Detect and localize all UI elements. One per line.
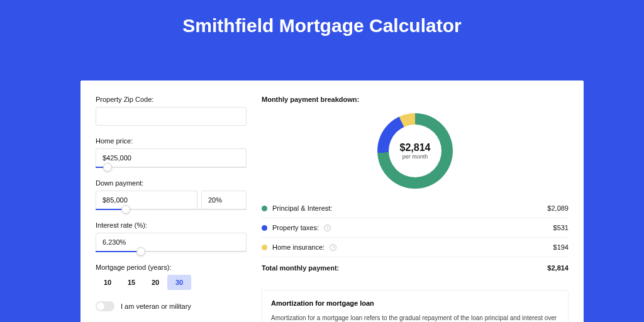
zip-input[interactable] xyxy=(96,107,247,126)
zip-label: Property Zip Code: xyxy=(96,96,247,103)
period-20-button[interactable]: 20 xyxy=(143,275,167,290)
info-icon[interactable]: ? xyxy=(330,244,336,251)
period-30-button[interactable]: 30 xyxy=(167,275,191,290)
total-value: $2,814 xyxy=(547,264,569,272)
legend-value: $531 xyxy=(553,224,569,231)
legend-row-ins: Home insurance: ? $194 xyxy=(262,238,569,257)
down-label: Down payment: xyxy=(96,179,247,187)
period-15-button[interactable]: 15 xyxy=(119,275,143,290)
legend-label: Home insurance: xyxy=(272,243,325,251)
veteran-label: I am veteran or military xyxy=(121,303,191,310)
field-price: Home price: xyxy=(96,137,247,168)
slider-thumb-icon[interactable] xyxy=(121,205,130,214)
period-10-button[interactable]: 10 xyxy=(96,275,119,290)
period-label: Mortgage period (years): xyxy=(96,264,247,271)
amort-title: Amortization for mortgage loan xyxy=(271,299,559,307)
price-input[interactable] xyxy=(96,148,247,167)
slider-thumb-icon[interactable] xyxy=(103,163,112,172)
breakdown-column: Monthly payment breakdown: $2,814 per mo… xyxy=(262,96,569,317)
donut-chart: $2,814 per month xyxy=(262,113,569,189)
legend-row-total: Total monthly payment: $2,814 xyxy=(262,258,569,277)
period-group: 10 15 20 30 xyxy=(96,275,247,290)
slider-thumb-icon[interactable] xyxy=(136,247,145,256)
donut-sub: per month xyxy=(402,153,428,160)
field-down: Down payment: xyxy=(96,179,247,210)
legend-label: Property taxes: xyxy=(272,224,319,231)
field-period: Mortgage period (years): 10 15 20 30 xyxy=(96,264,247,290)
page-title: Smithfield Mortgage Calculator xyxy=(182,15,461,36)
rate-input[interactable] xyxy=(96,233,247,252)
down-amount-input[interactable] xyxy=(96,191,197,209)
field-veteran: I am veteran or military xyxy=(96,301,247,311)
donut-value: $2,814 xyxy=(400,142,431,153)
breakdown-title: Monthly payment breakdown: xyxy=(262,96,569,103)
legend-label: Principal & Interest: xyxy=(272,204,332,212)
down-slider[interactable] xyxy=(96,209,247,210)
price-slider[interactable] xyxy=(96,167,247,168)
amortization-box: Amortization for mortgage loan Amortizat… xyxy=(262,290,569,322)
price-label: Home price: xyxy=(96,137,247,145)
calculator-card: Property Zip Code: Home price: Down paym… xyxy=(80,80,584,322)
legend-row-tax: Property taxes: ? $531 xyxy=(262,218,569,238)
field-rate: Interest rate (%): xyxy=(96,221,247,252)
veteran-toggle[interactable] xyxy=(96,301,114,311)
dot-icon xyxy=(262,206,267,211)
legend-value: $194 xyxy=(553,243,569,251)
amort-text: Amortization for a mortgage loan refers … xyxy=(271,313,559,322)
info-icon[interactable]: ? xyxy=(324,225,331,231)
dot-icon xyxy=(262,245,267,250)
total-label: Total monthly payment: xyxy=(262,264,339,272)
rate-slider[interactable] xyxy=(96,251,247,252)
dot-icon xyxy=(262,225,267,231)
rate-label: Interest rate (%): xyxy=(96,221,247,229)
field-zip: Property Zip Code: xyxy=(96,96,247,126)
legend-row-pi: Principal & Interest: $2,089 xyxy=(262,199,569,218)
inputs-column: Property Zip Code: Home price: Down paym… xyxy=(96,96,247,317)
legend-value: $2,089 xyxy=(547,204,569,212)
down-percent-input[interactable] xyxy=(201,191,247,209)
